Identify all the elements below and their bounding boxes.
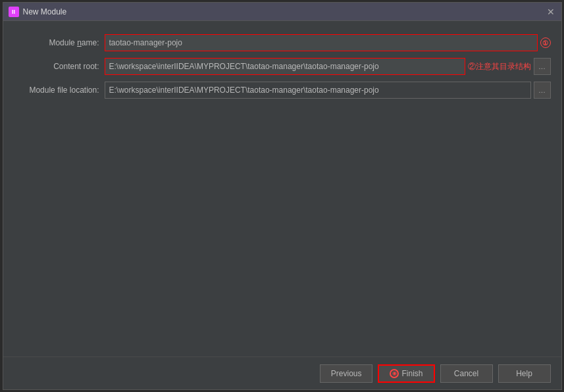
previous-button[interactable]: Previous — [320, 364, 373, 383]
app-icon: II — [9, 7, 19, 17]
dialog-footer: Previous ◉ Finish Cancel Help — [3, 356, 561, 389]
module-name-input-group: ① — [105, 34, 551, 51]
content-root-input[interactable] — [105, 58, 465, 75]
module-file-input-group: … — [105, 82, 551, 99]
close-button[interactable]: ✕ — [546, 7, 556, 17]
content-root-label: Content root: — [14, 62, 99, 71]
module-name-label: Module name: — [14, 38, 99, 47]
module-file-row: Module file location: … — [14, 82, 551, 99]
module-name-info-icon[interactable]: ① — [540, 37, 551, 48]
dialog-title: New Module — [23, 7, 67, 16]
module-name-input[interactable] — [105, 34, 538, 51]
content-root-browse-button[interactable]: … — [534, 58, 551, 75]
module-file-label: Module file location: — [14, 86, 99, 95]
module-name-row: Module name: ① — [14, 34, 551, 51]
help-button[interactable]: Help — [498, 364, 551, 383]
content-root-annotation: ②注意其目录结构 — [468, 61, 531, 72]
content-root-row: Content root: ②注意其目录结构 … — [14, 58, 551, 75]
new-module-dialog: II New Module ✕ Module name: ① Content r… — [3, 2, 562, 390]
dialog-content: Module name: ① Content root: ②注意其目录结构 … — [3, 21, 561, 356]
module-file-browse-button[interactable]: … — [534, 82, 551, 99]
finish-button[interactable]: ◉ Finish — [378, 364, 434, 383]
title-bar: II New Module ✕ — [3, 3, 561, 21]
finish-icon: ◉ — [390, 369, 399, 378]
content-root-input-group: ②注意其目录结构 … — [105, 58, 551, 75]
title-bar-left: II New Module — [9, 7, 67, 17]
cancel-button[interactable]: Cancel — [440, 364, 493, 383]
module-file-input[interactable] — [105, 82, 531, 99]
